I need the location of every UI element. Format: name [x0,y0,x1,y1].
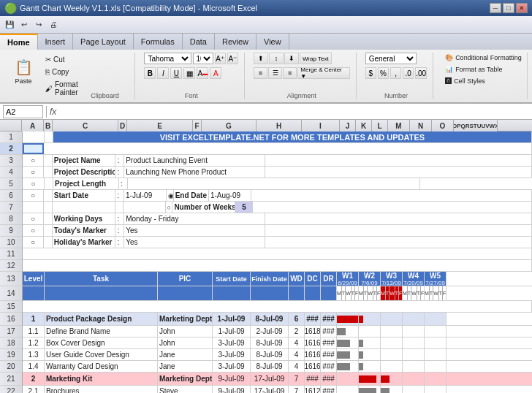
cell-A1[interactable] [23,131,45,142]
cell-B9[interactable] [44,225,53,236]
cell-C6[interactable]: Start Date [53,190,116,201]
percent-button[interactable]: % [378,67,389,79]
cell-A11[interactable] [23,248,532,259]
cell-task-22[interactable]: Brochures [45,386,158,393]
copy-button[interactable]: ⎘ Copy [42,66,81,77]
cell-level-22[interactable]: 2.1 [23,386,45,393]
cell-wd-20[interactable]: 4 [289,361,305,372]
underline-button[interactable]: U [170,67,182,79]
cell-dr-19[interactable]: ### [321,349,337,360]
cell-pic-22[interactable]: Steve [158,386,213,393]
increase-decimal-button[interactable]: .0 [403,67,414,79]
cell-finish-17[interactable]: 2-Jul-09 [251,326,289,337]
cell-A8[interactable]: ○ [23,213,44,224]
cell-task-16[interactable]: Product Package Design [45,313,158,325]
cell-dr-16[interactable]: ### [321,313,337,325]
cell-pic-17[interactable]: John [158,326,213,337]
font-color-button[interactable]: A [210,67,221,79]
cell-D5[interactable]: : [119,178,128,189]
cell-C9[interactable]: Today's Marker [53,225,116,236]
cell-level-16[interactable]: 1 [23,313,45,325]
cell-D10[interactable]: : [115,237,124,248]
cell-B4[interactable] [44,167,53,178]
cell-finish-18[interactable]: 8-Jul-09 [251,337,289,348]
cell-E8[interactable]: Monday - Friday [124,213,265,224]
close-button[interactable]: ✕ [516,3,528,13]
italic-button[interactable]: I [157,67,169,79]
cell-dr-21[interactable]: ### [321,373,337,385]
cell-level-20[interactable]: 1.4 [23,361,45,372]
print-quick-button[interactable]: 🖨 [47,18,60,31]
cell-dc-16[interactable]: ### [305,313,321,325]
cell-B2[interactable] [44,143,532,154]
cell-task-17[interactable]: Define Brand Name [45,326,158,337]
tab-page-layout[interactable]: Page Layout [73,34,134,50]
cell-C8[interactable]: Working Days [53,213,116,224]
format-as-table-button[interactable]: 📊Format as Table [442,64,521,75]
tab-insert[interactable]: Insert [38,34,74,50]
cell-A7[interactable] [23,202,44,213]
cell-level-18[interactable]: 1.2 [23,337,45,348]
cell-dc-17[interactable]: 1618 [305,326,321,337]
cell-radio1[interactable]: ◉ [167,190,174,201]
tab-review[interactable]: Review [215,34,256,50]
cell-B1[interactable] [45,131,53,142]
cell-C4[interactable]: Project Description [53,167,116,178]
cell-dc-21[interactable]: ### [305,373,321,385]
cell-B10[interactable] [44,237,53,248]
cell-start-20[interactable]: 3-Jul-09 [213,361,251,372]
cell-D7[interactable] [115,202,124,213]
save-quick-button[interactable]: 💾 [3,18,16,31]
cell-A10[interactable]: ○ [23,237,44,248]
window-controls[interactable]: ─ □ ✕ [490,3,528,13]
cell-E4[interactable]: Launching New Phone Product [124,167,265,178]
cell-B6[interactable] [44,190,53,201]
font-size-select[interactable]: 10 [193,53,213,64]
cell-wd-18[interactable]: 4 [289,337,305,348]
cell-finish-22[interactable]: 17-Jul-09 [251,386,289,393]
cell-E3[interactable]: Product Launching Event [124,155,265,166]
fill-color-button[interactable]: A▬ [197,67,208,79]
tab-view[interactable]: View [256,34,289,50]
cell-E7[interactable] [123,202,165,213]
cell-wd-17[interactable]: 2 [289,326,305,337]
cell-E9[interactable]: Yes [124,225,265,236]
cell-start-17[interactable]: 1-Jul-09 [213,326,251,337]
comma-button[interactable]: , [390,67,401,79]
cell-wd-16[interactable]: 6 [289,313,305,325]
cell-pic-19[interactable]: Jane [158,349,213,360]
cell-reference-input[interactable] [3,105,43,118]
paste-button[interactable]: 📋 Paste [7,53,39,91]
conditional-formatting-button[interactable]: 🎨Conditional Formatting [442,53,521,63]
cell-task-20[interactable]: Warranty Card Design [45,361,158,372]
cell-wd-22[interactable]: 7 [289,386,305,393]
align-right-button[interactable]: ≡ [283,67,297,79]
cell-E5[interactable] [128,178,420,189]
cell-dc-20[interactable]: 1616 [305,361,321,372]
cell-start-22[interactable]: 9-Jul-09 [213,386,251,393]
cell-pic-18[interactable]: John [158,337,213,348]
wrap-text-button[interactable]: Wrap Text [300,53,332,64]
cell-dr-20[interactable]: ### [321,361,337,372]
cell-A4[interactable]: ○ [23,167,44,178]
cell-level-19[interactable]: 1.3 [23,349,45,360]
format-painter-button[interactable]: 🖌 Format Painter [42,79,81,98]
cell-dc-22[interactable]: 1612 [305,386,321,393]
cell-level-17[interactable]: 1.1 [23,326,45,337]
cell-start-21[interactable]: 9-Jul-09 [213,373,251,385]
cell-C3[interactable]: Project Name [53,155,116,166]
cell-task-19[interactable]: User Guide Cover Design [45,349,158,360]
cell-A5[interactable]: ○ [23,178,45,189]
cell-D3[interactable]: : [115,155,124,166]
decrease-font-button[interactable]: A⁻ [227,53,238,64]
tab-home[interactable]: Home [0,34,38,50]
cell-wd-19[interactable]: 4 [289,349,305,360]
cell-start-18[interactable]: 3-Jul-09 [213,337,251,348]
align-middle-button[interactable]: ↕ [269,53,284,64]
redo-quick-button[interactable]: ↪ [32,18,45,31]
cell-finish-20[interactable]: 8-Jul-09 [251,361,289,372]
undo-quick-button[interactable]: ↩ [18,18,31,31]
cell-D9[interactable]: : [115,225,124,236]
cell-E6-start[interactable]: 1-Jul-09 [124,190,167,201]
cell-dc-19[interactable]: 1616 [305,349,321,360]
